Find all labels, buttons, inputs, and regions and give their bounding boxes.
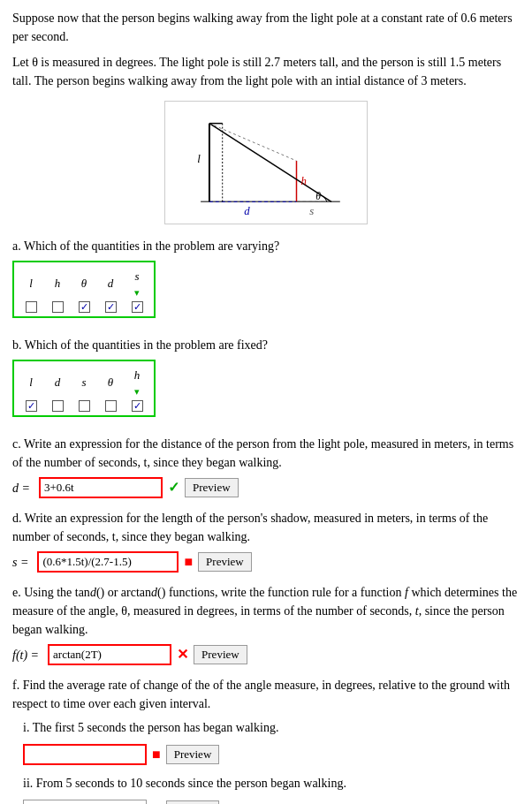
- question-f-ii-status: ■: [152, 800, 161, 804]
- question-c-prefix: d =: [12, 479, 30, 497]
- checkbox-h-b[interactable]: [132, 400, 143, 412]
- checkbox-h-a[interactable]: [52, 301, 64, 313]
- question-d: d. Write an expression for the length of…: [12, 509, 520, 573]
- svg-line-3: [209, 124, 331, 202]
- s-label: s: [309, 205, 314, 217]
- var-l-b: l: [21, 374, 41, 391]
- checkbox-theta-a[interactable]: [79, 301, 90, 313]
- question-e-preview[interactable]: Preview: [194, 645, 247, 664]
- question-b-checkboxes[interactable]: [21, 400, 147, 412]
- diagram: l h θ d s: [164, 101, 368, 224]
- checkbox-d-b[interactable]: [52, 400, 64, 412]
- question-f-ii-answer-row: ■ Preview: [23, 800, 520, 804]
- question-a: a. Which of the quantities in the proble…: [12, 237, 520, 325]
- checkbox-l-b[interactable]: [26, 400, 37, 412]
- diagram-svg: l h θ d s: [165, 102, 367, 224]
- question-e-input[interactable]: [48, 644, 171, 665]
- question-d-label: d. Write an expression for the length of…: [12, 509, 520, 546]
- var-theta-b: θ: [101, 374, 120, 391]
- height-label: h: [300, 175, 306, 187]
- question-f-i: i. The first 5 seconds the person has be…: [23, 718, 520, 765]
- question-f-i-answer-row: ■ Preview: [23, 744, 520, 765]
- question-b: b. Which of the quantities in the proble…: [12, 336, 520, 424]
- cb-s-a[interactable]: [127, 301, 147, 313]
- question-e-prefix: f(t) =: [12, 646, 39, 664]
- cb-d-b[interactable]: [48, 400, 67, 412]
- var-l-a: l: [21, 275, 41, 292]
- question-f-ii-input[interactable]: [23, 800, 147, 804]
- question-f-ii: ii. From 5 seconds to 10 seconds since t…: [23, 774, 520, 804]
- question-a-box: l h θ d s ▾: [12, 261, 156, 318]
- checkbox-theta-b[interactable]: [105, 400, 117, 412]
- var-s-b: s: [74, 374, 94, 391]
- cb-l-b[interactable]: [21, 400, 41, 412]
- question-f: f. Find the average rate of change of th…: [12, 676, 520, 804]
- question-f-i-input[interactable]: [23, 744, 147, 765]
- question-e-status: ✕: [177, 644, 188, 665]
- checkbox-d-a[interactable]: [105, 301, 117, 313]
- question-f-ii-preview[interactable]: Preview: [166, 800, 220, 804]
- question-f-i-preview[interactable]: Preview: [166, 745, 220, 764]
- question-e-label: e. Using the tand() or arctand() functio…: [12, 583, 520, 639]
- question-c-input[interactable]: [39, 477, 163, 498]
- cb-h-b[interactable]: [127, 400, 147, 412]
- intro-text: Suppose now that the person begins walki…: [12, 9, 520, 46]
- var-s-a: s ▾: [127, 268, 147, 300]
- question-c: c. Write an expression for the distance …: [12, 435, 520, 498]
- question-c-label: c. Write an expression for the distance …: [12, 435, 520, 472]
- question-a-checkboxes[interactable]: [21, 301, 147, 313]
- question-b-box: l d s θ h ▾: [12, 360, 156, 417]
- question-d-answer-row: s = ■ Preview: [12, 551, 520, 573]
- var-d-b: d: [48, 374, 67, 391]
- checkbox-s-b[interactable]: [79, 400, 90, 412]
- angle-label: θ: [315, 190, 321, 202]
- cb-theta-b[interactable]: [101, 400, 120, 412]
- cb-theta-a[interactable]: [74, 301, 94, 313]
- question-c-answer-row: d = ✓ Preview: [12, 477, 520, 498]
- d-label: d: [244, 205, 250, 217]
- checkbox-l-a[interactable]: [26, 301, 37, 313]
- cb-d-a[interactable]: [101, 301, 120, 313]
- question-f-i-label: i. The first 5 seconds the person has be…: [23, 718, 520, 737]
- cb-s-b[interactable]: [74, 400, 94, 412]
- question-b-label: b. Which of the quantities in the proble…: [12, 336, 520, 354]
- question-d-input[interactable]: [37, 551, 179, 573]
- question-a-label: a. Which of the quantities in the proble…: [12, 237, 520, 255]
- question-e: e. Using the tand() or arctand() functio…: [12, 583, 520, 665]
- intro-section: Suppose now that the person begins walki…: [12, 9, 520, 90]
- var-theta-a: θ: [74, 275, 94, 292]
- cb-h-a[interactable]: [48, 301, 67, 313]
- question-f-label: f. Find the average rate of change of th…: [12, 676, 520, 713]
- pole-label: l: [197, 153, 201, 165]
- checkbox-s-a[interactable]: [132, 301, 143, 313]
- question-d-status: ■: [184, 551, 193, 573]
- question-c-preview[interactable]: Preview: [185, 478, 239, 497]
- question-e-answer-row: f(t) = ✕ Preview: [12, 644, 520, 665]
- question-d-preview[interactable]: Preview: [198, 552, 252, 572]
- question-c-status: ✓: [168, 477, 179, 498]
- var-h-a: h: [48, 275, 67, 292]
- var-d-a: d: [101, 275, 120, 292]
- question-f-i-status: ■: [152, 744, 161, 765]
- question-f-ii-label: ii. From 5 seconds to 10 seconds since t…: [23, 774, 520, 793]
- var-h-b: h ▾: [127, 367, 147, 398]
- cb-l-a[interactable]: [21, 301, 41, 313]
- question-a-vars: l h θ d s ▾: [21, 268, 147, 300]
- question-b-vars: l d s θ h ▾: [21, 367, 147, 398]
- setup-text: Let θ is measured in degrees. The light …: [12, 53, 520, 90]
- question-d-prefix: s =: [12, 553, 28, 572]
